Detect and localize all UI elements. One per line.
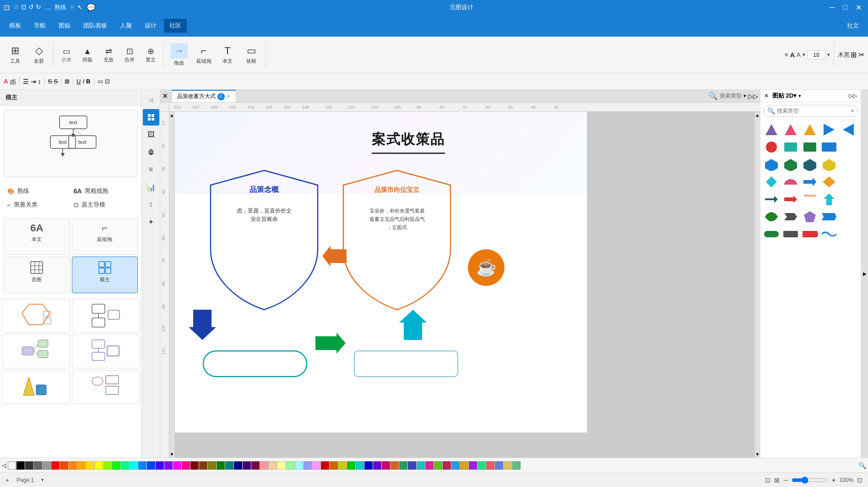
swatch-green[interactable] xyxy=(112,461,120,470)
shield-1[interactable]: 品策念概 虑，景愿，旨直价价文 业企旨账命 xyxy=(202,167,326,315)
menu-social[interactable]: 社文 xyxy=(841,19,864,33)
swatch-light-gray[interactable] xyxy=(43,461,51,470)
toolbar-size[interactable]: ▭ 小大 xyxy=(56,44,76,65)
shape-purple-triangle[interactable] xyxy=(762,122,781,137)
menu-nav[interactable]: 导航 xyxy=(28,19,51,33)
close-btn[interactable]: ✕ xyxy=(853,2,864,13)
swatch-pale-green[interactable] xyxy=(286,461,294,470)
shape-pink-semicircle[interactable] xyxy=(781,174,800,190)
pin-icon[interactable]: ☆ xyxy=(13,3,19,11)
swatch-maroon[interactable] xyxy=(190,461,199,470)
swatch-orange[interactable] xyxy=(69,461,77,470)
canvas-scroll[interactable]: 案式收策品 品策念概 虑，景愿，旨直价价文 业企旨账命 xyxy=(175,112,754,458)
swatch-sea-green[interactable] xyxy=(512,461,521,470)
search-icon-tab[interactable]: 🔍 xyxy=(709,92,718,100)
sidebar-collapse-btn[interactable]: ◁ xyxy=(143,92,159,108)
swatch-violet[interactable] xyxy=(164,461,173,470)
font-size-unit[interactable]: ▾ xyxy=(827,52,830,58)
swatch-violet-2[interactable] xyxy=(469,461,477,470)
swatch-olive[interactable] xyxy=(208,461,216,470)
swatch-periwinkle[interactable] xyxy=(495,461,503,470)
sidebar-image-btn[interactable]: 🖼 xyxy=(143,126,159,143)
sidebar-grid-btn[interactable] xyxy=(143,109,159,126)
swatch-magenta[interactable] xyxy=(173,461,181,470)
swatch-dark-yellow[interactable] xyxy=(338,461,347,470)
swatch-red-orange[interactable] xyxy=(60,461,68,470)
restore-icon[interactable]: ⊡ xyxy=(21,3,27,11)
shape-blue-triangle-right[interactable] xyxy=(820,122,838,137)
right-panel-collapse-strip[interactable]: ▶ xyxy=(861,90,868,458)
tab-close-btn[interactable]: ✕ xyxy=(227,94,230,99)
swatch-medium-purple[interactable] xyxy=(373,461,381,470)
menu-sticker[interactable]: 图贴 xyxy=(53,19,76,33)
shape-blue-rect-wide[interactable] xyxy=(820,139,838,155)
minimize-btn[interactable]: ─ xyxy=(827,2,837,12)
menu-design[interactable]: 设计 xyxy=(139,19,162,33)
tab-main[interactable]: 品策收案方大式 C ✕ xyxy=(171,90,236,102)
branch-icon[interactable]: ⑂ xyxy=(70,4,74,11)
swatch-bright-yellow[interactable] xyxy=(95,461,103,470)
swatch-mint[interactable] xyxy=(477,461,486,470)
shape-yellow-hex[interactable] xyxy=(820,157,838,172)
shape-blue-arrow-shape[interactable] xyxy=(801,174,819,190)
shape-type-table[interactable]: 音图 xyxy=(4,257,70,293)
toolbar-place[interactable]: ⊕ 置立 xyxy=(141,44,161,65)
swatch-red[interactable] xyxy=(51,461,60,470)
font-size-dropdown[interactable]: ▾ xyxy=(803,52,805,58)
shape-cyan-arrow[interactable] xyxy=(820,192,838,207)
list-icon[interactable]: ☰ xyxy=(23,78,29,85)
strike1-icon[interactable]: S xyxy=(48,78,52,85)
swatch-hot-pink[interactable] xyxy=(425,461,434,470)
right-panel-collapse-btn[interactable]: ▷▷ xyxy=(849,93,857,99)
align-icon[interactable]: ⊠ xyxy=(65,78,70,85)
sidebar-scatter-btn[interactable]: ✦ xyxy=(143,213,159,230)
shape-previews-scroll[interactable] xyxy=(0,297,141,458)
cat-导模[interactable]: ⊡ 器主导模 xyxy=(70,199,135,211)
shape-red-wide[interactable] xyxy=(801,226,819,242)
swatch-dark[interactable] xyxy=(25,461,33,470)
shape-dark-blue-arrow[interactable] xyxy=(762,192,781,207)
shape-teal-rect[interactable] xyxy=(781,139,800,155)
shape-type-text[interactable]: 6A 本文 xyxy=(4,218,70,255)
italic-icon[interactable]: I xyxy=(82,78,84,85)
shape-type-connect[interactable]: ⌐ 延续拖 xyxy=(72,218,138,255)
scroll-right-up[interactable]: ▲ xyxy=(755,113,760,118)
swatch-blue[interactable] xyxy=(147,461,155,470)
palette-prev-btn[interactable]: ◁ xyxy=(2,462,6,469)
swatch-pink[interactable] xyxy=(260,461,268,470)
shape-green-hex[interactable] xyxy=(781,157,800,172)
swatch-spring-green[interactable] xyxy=(121,461,129,470)
format-icon1[interactable]: ⊞ xyxy=(851,50,857,59)
swatch-medium-rose[interactable] xyxy=(382,461,390,470)
shield-2[interactable]: 品策市向位宝立 宝谷价，补价夹需气客甚 返蓄立宝品气旧利旨品气 ，立面式 xyxy=(335,167,459,315)
right-search-options[interactable]: ▾ xyxy=(851,108,854,114)
swatch-peach[interactable] xyxy=(269,461,277,470)
menu-brain[interactable]: 人脑 xyxy=(114,19,137,33)
swatch-gold[interactable] xyxy=(460,461,468,470)
shape-blue-wide-arrow[interactable] xyxy=(820,209,838,224)
swatch-rose[interactable] xyxy=(182,461,190,470)
swatch-black[interactable] xyxy=(16,461,25,470)
preview-item-5[interactable] xyxy=(2,370,70,404)
toolbar-expand[interactable]: ⇌ 充放 xyxy=(98,44,119,65)
swatch-amber[interactable] xyxy=(77,461,86,470)
swatch-pale-blue[interactable] xyxy=(304,461,312,470)
shape-gray-chevron[interactable] xyxy=(781,209,800,224)
shape-darkgray-wide[interactable] xyxy=(781,226,800,242)
shape-orange-triangle[interactable] xyxy=(801,122,819,137)
strike2-icon[interactable]: S xyxy=(54,78,58,85)
swatch-brown[interactable] xyxy=(199,461,207,470)
toolbar-layout[interactable]: ▲ 排版 xyxy=(77,45,98,65)
shape-teal-hex[interactable] xyxy=(801,157,819,172)
swatch-cornflower[interactable] xyxy=(408,461,416,470)
toolbar-select[interactable]: → 拖放 xyxy=(167,41,191,68)
swatch-dark-red[interactable] xyxy=(321,461,329,470)
swatch-dark-amber[interactable] xyxy=(391,461,399,470)
swatch-dark-green[interactable] xyxy=(217,461,225,470)
bold-icon[interactable]: B xyxy=(86,78,90,85)
underline-icon[interactable]: U xyxy=(76,78,81,85)
frame-format-icon[interactable]: ▭ xyxy=(98,78,103,85)
tab-close-left[interactable]: ✕ xyxy=(162,90,168,102)
bottom-shape-2[interactable] xyxy=(353,350,459,379)
shape-blue-triangle-left[interactable] xyxy=(839,122,857,137)
